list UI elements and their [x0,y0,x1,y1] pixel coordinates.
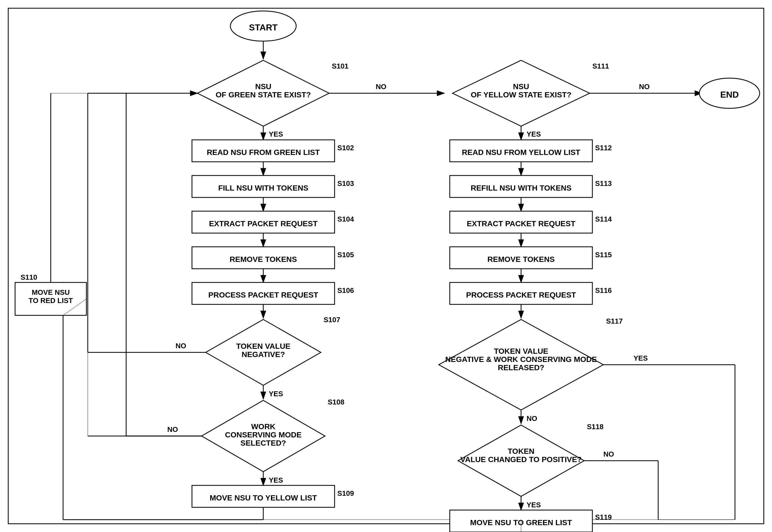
svg-text:NSU: NSU [255,82,271,91]
svg-text:S107: S107 [324,316,340,324]
svg-text:S103: S103 [337,179,354,188]
svg-text:READ NSU FROM YELLOW LIST: READ NSU FROM YELLOW LIST [462,148,580,157]
svg-text:YES: YES [269,390,283,398]
svg-text:S117: S117 [606,317,623,325]
svg-text:TOKEN VALUE: TOKEN VALUE [494,347,548,355]
svg-text:S119: S119 [595,513,612,521]
svg-text:NO: NO [167,425,178,434]
svg-text:S112: S112 [595,144,612,152]
svg-text:WORK: WORK [251,422,276,431]
svg-text:S108: S108 [328,398,344,406]
svg-text:YES: YES [269,130,283,138]
svg-text:CONSERVING MODE: CONSERVING MODE [225,431,302,439]
svg-text:S115: S115 [595,251,612,259]
svg-text:S110: S110 [21,273,37,281]
svg-text:REFILL NSU WITH TOKENS: REFILL NSU WITH TOKENS [471,184,572,192]
svg-text:EXTRACT PACKET REQUEST: EXTRACT PACKET REQUEST [467,219,575,228]
svg-text:NO: NO [639,83,650,91]
svg-text:YES: YES [634,354,648,362]
svg-text:S113: S113 [595,179,612,188]
flowchart-diagram: START NSU OF GREEN STATE EXIST? S101 YES… [0,0,772,532]
svg-text:RELEASED?: RELEASED? [498,363,544,372]
svg-text:S101: S101 [332,62,349,70]
svg-text:TOKEN VALUE: TOKEN VALUE [236,342,290,350]
svg-text:S104: S104 [337,215,354,223]
svg-text:MOVE NSU: MOVE NSU [32,288,70,296]
svg-text:YES: YES [269,476,283,484]
svg-text:YES: YES [527,501,541,509]
svg-text:NO: NO [603,450,614,458]
svg-text:TO RED LIST: TO RED LIST [29,296,73,305]
svg-text:READ NSU FROM GREEN LIST: READ NSU FROM GREEN LIST [207,148,320,157]
svg-text:PROCESS PACKET REQUEST: PROCESS PACKET REQUEST [208,291,318,299]
svg-text:SELECTED?: SELECTED? [241,439,286,447]
svg-text:NEGATIVE?: NEGATIVE? [242,350,285,359]
svg-text:START: START [249,22,278,32]
svg-text:YES: YES [527,130,541,138]
svg-text:S111: S111 [592,62,609,70]
svg-text:OF YELLOW STATE EXIST?: OF YELLOW STATE EXIST? [471,90,571,99]
svg-text:S106: S106 [337,286,354,295]
svg-text:S105: S105 [337,251,354,259]
svg-text:REMOVE TOKENS: REMOVE TOKENS [230,255,297,264]
svg-text:MOVE NSU TO YELLOW LIST: MOVE NSU TO YELLOW LIST [210,494,317,502]
svg-text:VALUE CHANGED TO POSITIVE?: VALUE CHANGED TO POSITIVE? [460,455,582,464]
svg-text:S109: S109 [337,489,354,497]
svg-text:NO: NO [527,414,537,423]
svg-text:FILL NSU WITH TOKENS: FILL NSU WITH TOKENS [218,184,309,192]
svg-text:S118: S118 [587,423,604,431]
svg-text:PROCESS PACKET REQUEST: PROCESS PACKET REQUEST [466,291,576,299]
svg-text:S116: S116 [595,286,612,295]
svg-text:NO: NO [176,342,186,350]
svg-text:TOKEN: TOKEN [508,447,535,455]
svg-text:OF GREEN STATE EXIST?: OF GREEN STATE EXIST? [216,90,311,99]
svg-text:REMOVE TOKENS: REMOVE TOKENS [487,255,555,264]
svg-text:S114: S114 [595,215,612,223]
svg-text:END: END [720,90,739,100]
svg-text:NEGATIVE & WORK CONSERVING MOD: NEGATIVE & WORK CONSERVING MODE [445,355,597,364]
svg-text:S102: S102 [337,144,354,152]
svg-text:NSU: NSU [513,82,529,91]
svg-text:EXTRACT PACKET REQUEST: EXTRACT PACKET REQUEST [209,219,318,228]
svg-text:NO: NO [376,83,386,91]
